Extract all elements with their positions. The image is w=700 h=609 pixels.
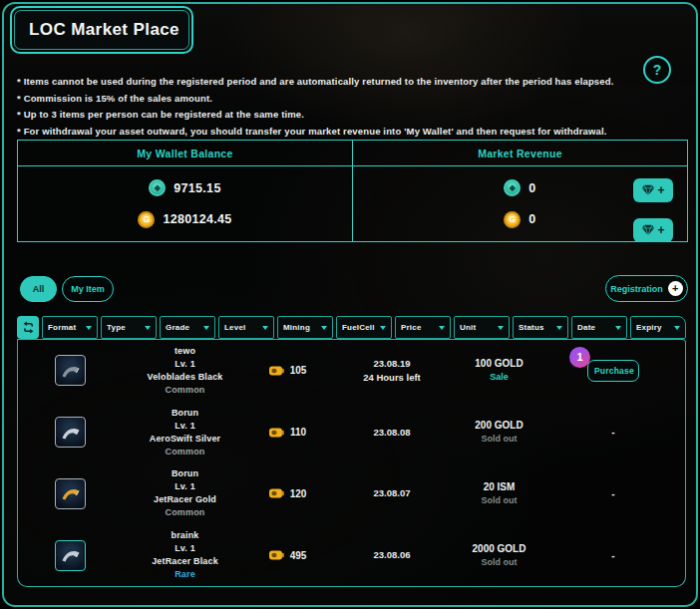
listing-date: 23.08.19 xyxy=(374,357,411,371)
hoverboard-icon xyxy=(60,484,82,502)
column-header-dropdown[interactable]: Level xyxy=(218,316,274,339)
market-revenue-body: ◆ 0 G 0 + xyxy=(353,166,687,241)
plus-icon: + xyxy=(657,224,664,236)
wallet-gold-balance: 1280124.45 xyxy=(163,212,231,226)
mining-value: 120 xyxy=(290,488,307,499)
wallet-ism-row: ◆ 9715.15 xyxy=(18,178,352,198)
mining-value: 110 xyxy=(290,427,306,438)
no-action-dash: - xyxy=(611,550,614,561)
wallet-ism-balance: 9715.15 xyxy=(174,181,220,195)
tab-all[interactable]: All xyxy=(20,276,57,302)
gold-coin-icon: G xyxy=(138,211,155,228)
item-thumbnail xyxy=(55,417,86,448)
note-line: * For withdrawal your asset outward, you… xyxy=(17,124,613,141)
item-grade: Common xyxy=(166,446,205,458)
market-revenue-title: Market Revenue xyxy=(353,141,687,166)
no-action-dash: - xyxy=(611,427,614,438)
help-button[interactable]: ? xyxy=(643,56,671,84)
item-level: Lv. 1 xyxy=(175,358,195,371)
mining-cell-icon xyxy=(268,549,285,561)
status-label: Sold out xyxy=(482,494,518,507)
column-header-label: FuelCell xyxy=(342,323,375,332)
page-title: LOC Market Place xyxy=(12,20,179,40)
ism-coin-icon: ◆ xyxy=(149,179,166,196)
chevron-down-icon xyxy=(498,326,504,330)
chevron-down-icon xyxy=(262,326,268,330)
chevron-down-icon xyxy=(556,326,562,330)
item-grade: Common xyxy=(166,506,205,519)
column-header-dropdown[interactable]: FuelCell xyxy=(336,316,392,339)
column-header-dropdown[interactable]: Unit xyxy=(454,316,510,339)
step-badge: 1 xyxy=(569,347,590,368)
purchase-button[interactable]: Purchase xyxy=(587,360,639,382)
price-value: 200 GOLD xyxy=(475,419,523,433)
market-revenue-column: Market Revenue ◆ 0 G 0 + xyxy=(352,141,687,241)
column-header-label: Format xyxy=(48,323,76,332)
item-name: JetRacer Black xyxy=(152,555,218,568)
listing-date: 23.08.06 xyxy=(374,548,411,562)
revenue-ism-value: 0 xyxy=(528,181,535,195)
chevron-down-icon xyxy=(321,326,327,330)
chevron-down-icon xyxy=(203,326,209,330)
note-line: * Items cannot be used during the regist… xyxy=(17,74,613,91)
plus-icon: + xyxy=(668,281,683,296)
column-header-label: Status xyxy=(519,323,544,332)
note-line: * Up to 3 items per person can be regist… xyxy=(17,107,613,124)
item-thumbnail xyxy=(55,355,86,386)
question-icon: ? xyxy=(653,62,662,78)
wallet-balance-column: My Wallet Balance ◆ 9715.15 G 1280124.45 xyxy=(18,141,352,241)
price-value: 2000 GOLD xyxy=(473,542,526,556)
seller-name: tewo xyxy=(175,345,195,358)
column-header-label: Level xyxy=(224,323,245,332)
column-headers: Format Type Grade Level Mining FuelCell … xyxy=(42,316,686,339)
column-header-label: Grade xyxy=(166,323,189,332)
column-header-label: Date xyxy=(577,323,595,332)
column-header-dropdown[interactable]: Type xyxy=(101,316,157,339)
column-header-dropdown[interactable]: Grade xyxy=(160,316,215,339)
column-header-dropdown[interactable]: Price xyxy=(395,316,451,339)
listing-date: 23.08.08 xyxy=(374,426,411,440)
wallet-balance-body: ◆ 9715.15 G 1280124.45 xyxy=(18,166,352,241)
column-header-dropdown[interactable]: Status xyxy=(513,316,568,339)
listing-table-body: tewo Lv. 1 Veloblades Black Common 105 2… xyxy=(17,339,686,587)
item-grade: Rare xyxy=(175,568,195,581)
mining-cell-icon xyxy=(268,365,285,377)
column-header-label: Price xyxy=(401,323,422,332)
mining-value: 105 xyxy=(290,365,307,376)
note-line: * Commission is 15% of the sales amount. xyxy=(17,91,613,108)
page-title-box: LOC Market Place xyxy=(10,6,193,54)
wallet-revenue-panel: My Wallet Balance ◆ 9715.15 G 1280124.45… xyxy=(17,140,688,242)
item-name: AeroSwift Silver xyxy=(150,433,220,446)
chevron-down-icon xyxy=(380,326,386,330)
chevron-down-icon xyxy=(145,326,151,330)
chevron-down-icon xyxy=(439,326,445,330)
registration-label: Registration xyxy=(610,284,663,294)
refresh-button[interactable] xyxy=(17,316,39,339)
item-name: Veloblades Black xyxy=(148,371,223,384)
chevron-down-icon xyxy=(615,326,621,330)
transfer-gold-button[interactable]: + xyxy=(633,218,673,242)
hoverboard-icon xyxy=(60,546,82,564)
hoverboard-icon xyxy=(60,362,82,380)
item-thumbnail xyxy=(55,478,86,509)
no-action-dash: - xyxy=(611,488,614,499)
time-left: 24 Hours left xyxy=(363,371,421,385)
registration-button[interactable]: Registration + xyxy=(605,275,688,302)
item-level: Lv. 1 xyxy=(175,420,195,433)
table-row: braink Lv. 1 JetRacer Black Rare 495 23.… xyxy=(18,524,685,586)
price-value: 100 GOLD xyxy=(475,357,523,371)
wallet-balance-title: My Wallet Balance xyxy=(18,141,352,166)
tab-my-item[interactable]: My Item xyxy=(62,276,114,302)
transfer-ism-button[interactable]: + xyxy=(633,178,673,202)
item-name: JetRacer Gold xyxy=(154,493,216,506)
wallet-gold-row: G 1280124.45 xyxy=(18,209,352,229)
chevron-down-icon xyxy=(674,326,680,330)
hoverboard-icon xyxy=(60,424,82,442)
column-header-dropdown[interactable]: Format xyxy=(42,316,98,339)
table-header: Format Type Grade Level Mining FuelCell … xyxy=(17,316,686,339)
gold-coin-icon: G xyxy=(504,211,521,228)
column-header-dropdown[interactable]: Expiry xyxy=(630,316,686,339)
column-header-dropdown[interactable]: Date xyxy=(571,316,627,339)
seller-name: Borun xyxy=(172,407,198,420)
column-header-dropdown[interactable]: Mining xyxy=(277,316,333,339)
